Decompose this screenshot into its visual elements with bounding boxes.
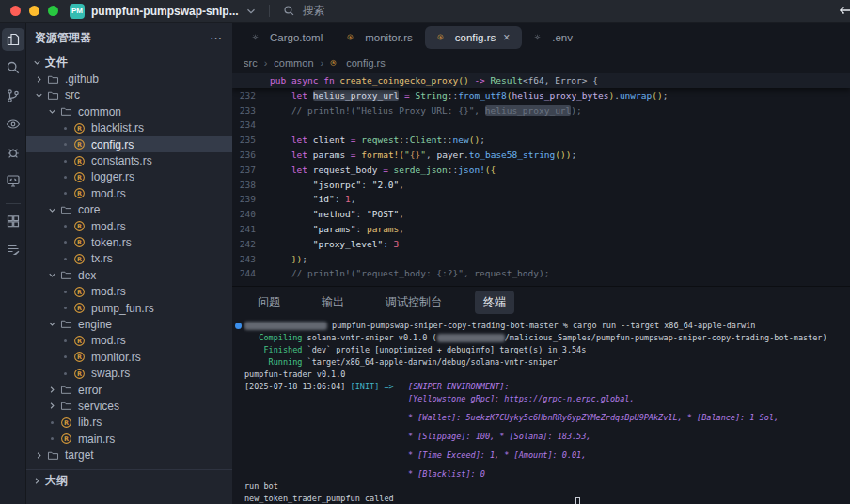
line-number[interactable]: 238 [232, 178, 270, 193]
window-minimize-button[interactable] [29, 6, 39, 16]
tree-item-common[interactable]: common [26, 103, 232, 119]
line-number[interactable]: 240 [232, 207, 270, 222]
line-number[interactable]: 243 [232, 252, 270, 267]
source-control-icon[interactable] [2, 85, 24, 107]
gear-icon [534, 31, 546, 43]
line-number[interactable]: 242 [232, 237, 270, 252]
tree-item-swap-rs[interactable]: Rswap.rs [26, 365, 232, 381]
tree-item-label: mod.rs [91, 285, 126, 298]
line-number[interactable]: 239 [232, 192, 270, 207]
panel-tab-终端[interactable]: 终端 [475, 291, 514, 314]
panel-tab-输出[interactable]: 输出 [313, 291, 353, 314]
tree-item-label: token.rs [91, 236, 132, 249]
window-close-button[interactable] [10, 6, 21, 16]
chevron-down-icon [34, 90, 44, 101]
tree-item-lib-rs[interactable]: Rlib.rs [26, 415, 232, 431]
notebook-icon[interactable] [2, 238, 24, 260]
tree-item-blacklist-rs[interactable]: Rblacklist.rs [26, 120, 232, 136]
close-icon[interactable]: × [503, 31, 510, 44]
tab-monitor-rs[interactable]: Rmonitor.rs [335, 26, 425, 49]
tree-item-config-rs[interactable]: Rconfig.rs [26, 136, 232, 152]
line-number[interactable]: 235 [232, 133, 270, 148]
more-actions-icon[interactable]: ⋯ [210, 31, 223, 45]
tree-item--github[interactable]: .github [26, 71, 232, 87]
tree-item-mod-rs[interactable]: Rmod.rs [26, 218, 232, 234]
rust-file-icon: R [73, 302, 86, 314]
code-line: 234 [232, 118, 850, 133]
tree-item-monitor-rs[interactable]: Rmonitor.rs [26, 349, 232, 365]
file-decoration-dot [60, 160, 71, 163]
file-decoration-dot [47, 437, 57, 440]
tree-item-logger-rs[interactable]: Rlogger.rs [26, 169, 232, 185]
breadcrumb-item-config-rs[interactable]: Rconfig.rs [330, 57, 386, 69]
code-text: "id": 1, [270, 192, 850, 207]
terminal-blank-line [244, 405, 850, 412]
svg-text:R: R [439, 36, 442, 39]
terminal-line: Compiling solana-vntr-sniper v0.1.0 (/ma… [244, 332, 850, 344]
tree-item-constants-rs[interactable]: Rconstants.rs [26, 152, 232, 168]
rust-icon: R [347, 31, 359, 43]
tree-item-target[interactable]: target [26, 447, 232, 463]
extensions-icon[interactable] [2, 210, 24, 232]
code-line: 239 "id": 1, [232, 192, 850, 207]
window-title[interactable]: pumpfun-pumpswap-snip... [91, 5, 239, 18]
line-number[interactable] [232, 73, 270, 88]
tree-item-mod-rs[interactable]: Rmod.rs [26, 283, 232, 299]
file-decoration-dot [60, 143, 71, 146]
line-number[interactable]: 241 [232, 222, 270, 237]
line-number[interactable]: 244 [232, 266, 270, 281]
line-number[interactable]: 237 [232, 163, 270, 178]
chevron-down-icon [47, 205, 57, 215]
rust-file-icon: R [73, 335, 86, 347]
tab-label: .env [552, 32, 573, 43]
mouse-cursor-icon [835, 3, 850, 18]
eye-icon[interactable] [2, 113, 24, 135]
breadcrumb-item-common[interactable]: common [274, 57, 313, 69]
breadcrumb-item-src[interactable]: src [244, 57, 258, 69]
line-number[interactable]: 236 [232, 148, 270, 163]
tree-item-mod-rs[interactable]: Rmod.rs [26, 333, 232, 349]
outline-header[interactable]: 大纲 [26, 470, 232, 491]
tree-item-error[interactable]: error [26, 382, 232, 398]
tree-item-label: tx.rs [91, 252, 113, 265]
panel-tab-问题[interactable]: 问题 [249, 291, 289, 314]
live-preview-icon[interactable] [2, 169, 24, 192]
search-box[interactable]: 搜索 [283, 3, 325, 19]
panel-tab-调试控制台[interactable]: 调试控制台 [377, 291, 450, 314]
code-editor[interactable]: pub async fn create_coingecko_proxy() ->… [232, 73, 850, 286]
explorer-icon[interactable] [2, 28, 24, 51]
rust-icon: R [437, 31, 449, 43]
debug-icon[interactable] [2, 141, 24, 164]
tree-item-token-rs[interactable]: Rtoken.rs [26, 234, 232, 250]
line-number[interactable]: 232 [232, 88, 270, 103]
tab-config-rs[interactable]: Rconfig.rs× [425, 26, 522, 49]
tree-item-services[interactable]: services [26, 398, 232, 414]
tree-item-mod-rs[interactable]: Rmod.rs [26, 185, 232, 201]
code-line: 237 let request_body = serde_json::json!… [232, 163, 850, 178]
tree-item-dex[interactable]: dex [26, 267, 232, 283]
terminal-output[interactable]: pumpfun-pumpswap-sniper-copy-trading-bot… [232, 318, 850, 504]
window-zoom-button[interactable] [48, 6, 58, 16]
file-decoration-dot [60, 241, 71, 244]
tree-section--[interactable]: 文件 [26, 55, 232, 71]
tab-Cargo-toml[interactable]: Cargo.toml [240, 26, 335, 49]
tree-item-main-rs[interactable]: Rmain.rs [26, 431, 232, 447]
tab--env[interactable]: .env [522, 26, 585, 49]
tree-item-tx-rs[interactable]: Rtx.rs [26, 251, 232, 267]
svg-text:R: R [77, 370, 82, 378]
tree-item-core[interactable]: core [26, 202, 232, 218]
tree-item-pump_fun-rs[interactable]: Rpump_fun.rs [26, 300, 232, 316]
activity-bar [0, 23, 26, 504]
line-number[interactable]: 233 [232, 103, 270, 118]
line-number[interactable]: 234 [232, 118, 270, 133]
outline-label: 大纲 [45, 473, 68, 489]
tree-item-label: services [78, 400, 119, 413]
workspace-badge: PM [70, 4, 85, 19]
search-icon [283, 5, 295, 17]
tree-item-src[interactable]: src [26, 87, 232, 103]
search-icon[interactable] [2, 56, 24, 79]
chevron-right-icon [34, 74, 44, 85]
chevron-down-icon[interactable] [244, 5, 258, 18]
terminal-line: [Yellowstone gRpc]: https://grpc-n.erpc.… [244, 393, 850, 405]
tree-item-engine[interactable]: engine [26, 316, 232, 332]
